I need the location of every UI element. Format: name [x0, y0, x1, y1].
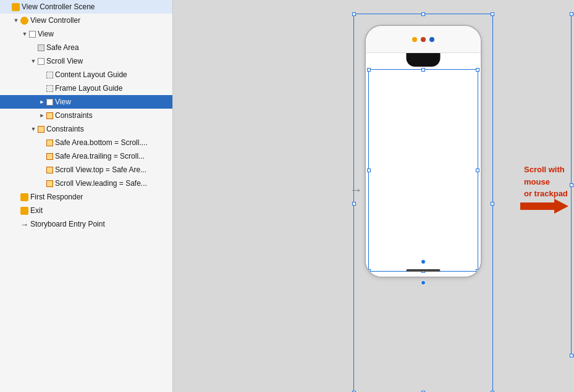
tree-item-constraints-1[interactable]: ►Constraints [0, 109, 172, 122]
tree-label-entry-point: Storyboard Entry Point [30, 220, 105, 228]
tree-item-view-root[interactable]: ▼View [0, 27, 172, 41]
tree-icon-first-responder [20, 193, 30, 201]
tree-icon-c4 [46, 180, 55, 187]
tree-icon-constraints-1 [46, 112, 55, 119]
tree-icon-content-layout [46, 72, 55, 78]
tree-icon-c2 [46, 153, 55, 160]
tree-icon-safe-area [38, 44, 46, 51]
tree-label-scroll-view: Scroll View [46, 57, 83, 65]
tree-item-safe-area[interactable]: Safe Area [0, 41, 172, 54]
tree-label-constraints-2: Constraints [46, 125, 84, 133]
svg-marker-0 [520, 199, 568, 214]
tree-item-scene[interactable]: View Controller Scene [0, 0, 172, 14]
tree-icon-frame-layout [46, 85, 55, 92]
tree-view: View Controller Scene▼View Controller▼Vi… [0, 0, 172, 231]
tree-icon-exit [20, 207, 30, 215]
tree-item-first-responder[interactable]: First Responder [0, 190, 172, 204]
tree-icon-scroll-view [38, 58, 46, 65]
phone-left-container [365, 25, 482, 278]
tree-label-scene: View Controller Scene [22, 2, 95, 11]
tree-item-c3[interactable]: Scroll View.top = Safe Are... [0, 163, 172, 177]
sidebar[interactable]: View Controller Scene▼View Controller▼Vi… [0, 0, 173, 392]
phone-left [365, 25, 482, 278]
tree-item-frame-layout[interactable]: Frame Layout Guide [0, 81, 172, 95]
tree-item-constraints-2[interactable]: ▼Constraints [0, 122, 172, 136]
tree-icon-constraints-2 [38, 126, 46, 133]
tree-label-view-inner: View [55, 98, 71, 106]
tree-label-content-layout: Content Layout Guide [55, 70, 127, 79]
canvas-area: → [173, 0, 574, 392]
phone-left-home-bar [407, 269, 441, 272]
tree-label-safe-area: Safe Area [46, 43, 79, 52]
tree-icon-scene [12, 3, 22, 11]
tree-label-first-responder: First Responder [30, 193, 83, 201]
tree-icon-vc [20, 17, 30, 25]
view-selection [368, 69, 478, 272]
tree-label-constraints-1: Constraints [55, 111, 93, 120]
tree-item-c4[interactable]: Scroll View.leading = Safe... [0, 177, 172, 190]
scroll-instruction-text: Scroll with mouse or trackpad [524, 164, 574, 200]
tree-icon-entry-point: → [20, 220, 30, 229]
tree-item-view-inner[interactable]: ►View [0, 95, 172, 109]
tree-item-scroll-view[interactable]: ▼Scroll View [0, 54, 172, 68]
tree-item-content-layout[interactable]: Content Layout Guide [0, 68, 172, 81]
right-arrow-icon [520, 198, 570, 217]
tree-label-c1: Safe Area.bottom = Scroll.... [55, 138, 148, 147]
tree-label-frame-layout: Frame Layout Guide [55, 84, 122, 93]
tree-label-exit: Exit [30, 206, 43, 215]
phone-left-notch [407, 53, 441, 67]
phone-left-top-bar [366, 26, 481, 53]
tree-icon-view-root [29, 31, 38, 38]
tree-item-c2[interactable]: Safe Area.trailing = Scroll... [0, 149, 172, 163]
tree-item-exit[interactable]: Exit [0, 204, 172, 217]
tree-item-entry-point[interactable]: →Storyboard Entry Point [0, 217, 172, 231]
phone-left-screen [366, 53, 481, 277]
tree-label-c2: Safe Area.trailing = Scroll... [55, 152, 145, 161]
tree-label-c4: Scroll View.leading = Safe... [55, 179, 147, 188]
tree-label-c3: Scroll View.top = Safe Are... [55, 165, 146, 174]
tree-item-c1[interactable]: Safe Area.bottom = Scroll.... [0, 136, 172, 149]
tree-item-vc[interactable]: ▼View Controller [0, 14, 172, 27]
tree-label-vc: View Controller [30, 16, 80, 25]
tree-label-view-root: View [38, 30, 54, 38]
tree-icon-c3 [46, 167, 55, 173]
nav-arrow: → [349, 182, 363, 198]
tree-icon-view-inner [46, 99, 55, 106]
tree-icon-c1 [46, 140, 55, 146]
